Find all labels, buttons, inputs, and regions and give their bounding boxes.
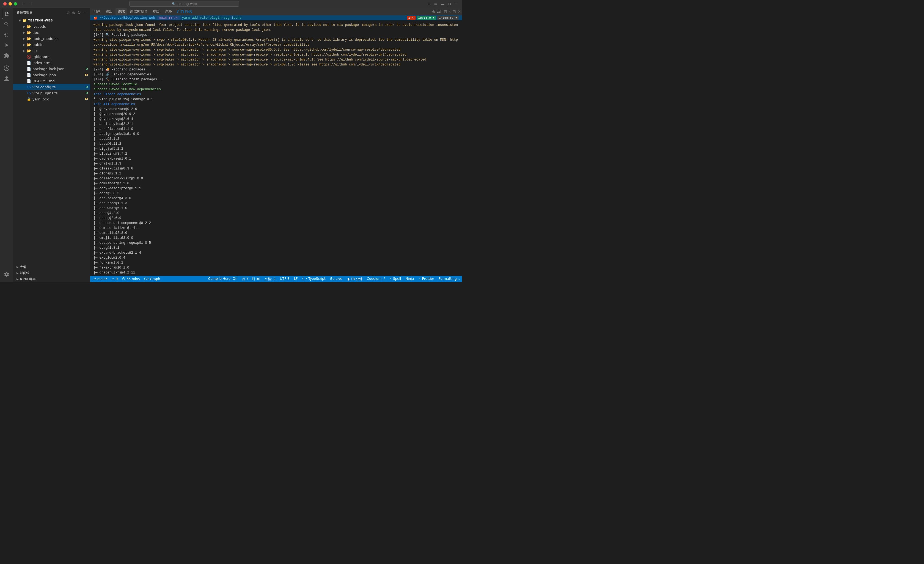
terminal-output[interactable]: warning package-lock.json found. Your pr…: [90, 20, 462, 276]
settings-icon[interactable]: [2, 269, 12, 279]
activity-bar: [0, 8, 13, 282]
terminal-line: └─ vite-plugin-svg-icons@2.0.1: [90, 97, 462, 102]
timeline-arrow: ▶: [15, 272, 20, 275]
maximize-button[interactable]: [14, 2, 17, 6]
src-folder-icon: 📂: [26, 48, 32, 53]
new-folder-button[interactable]: ⊕: [72, 10, 76, 15]
terminal-prompt-header: 🍎 ~/Documents/Blog/testing-web main 14:7…: [90, 15, 462, 20]
collapse-all-button[interactable]: ···: [82, 10, 87, 15]
nav-forward-button[interactable]: →: [27, 2, 33, 6]
status-cursor-pos[interactable]: 行 7，列 30: [240, 277, 262, 281]
terminal-line: [1/4] 🔍 Resolving packages...: [90, 33, 462, 38]
status-encoding[interactable]: UTF-8: [278, 277, 292, 281]
timeline-section[interactable]: ▶ 时间线: [13, 270, 90, 276]
menu-output[interactable]: 输出: [104, 8, 115, 15]
close-panel-button[interactable]: ✕: [458, 9, 461, 14]
git-icon: ⎇: [92, 277, 96, 281]
new-file-button[interactable]: ⊕: [66, 10, 70, 15]
account-icon[interactable]: [2, 74, 12, 84]
menu-ports[interactable]: 端口: [150, 8, 162, 15]
outline-label: 大纲: [20, 265, 26, 269]
sidebar-item-public[interactable]: ▶ 📂 public: [13, 42, 90, 48]
menu-terminal[interactable]: 终端: [116, 8, 127, 15]
fullscreen-button[interactable]: ⊡: [447, 2, 452, 6]
sidebar-item-readme[interactable]: 📄 README.md: [13, 78, 90, 84]
status-codeium[interactable]: Codeium: /: [364, 277, 387, 281]
terminal-path: ~/Documents/Blog/testing-web: [99, 16, 155, 20]
codeium-label: Codeium: /: [367, 277, 385, 281]
menu-gitlens[interactable]: GITLENS: [175, 9, 194, 15]
refresh-button[interactable]: ↻: [77, 10, 81, 15]
terminal-line: warning vite-plugin-svg-icons > svgo > s…: [90, 38, 462, 47]
apple-icon: 🍎: [93, 16, 98, 20]
split-terminal-button[interactable]: ⊟: [444, 9, 447, 14]
maximize-panel-button[interactable]: ⊡: [453, 9, 456, 14]
status-language[interactable]: { } TypeScript: [300, 277, 327, 281]
menu-problems[interactable]: 问题: [91, 8, 103, 15]
panel-button[interactable]: ▬: [440, 2, 446, 6]
terminal-line: ├─ emojis-list@3.0.0: [90, 236, 462, 241]
npm-scripts-section[interactable]: ▶ NPM 脚本: [13, 276, 90, 282]
package-json-badge: M: [85, 73, 88, 77]
status-spell[interactable]: ✓ Spell: [387, 277, 403, 281]
sidebar-item-package-lock[interactable]: 📄 package-lock.json U: [13, 66, 90, 72]
status-time[interactable]: ⏱ 55 mins: [120, 276, 142, 282]
close-terminal-button[interactable]: ×: [449, 9, 451, 14]
close-button[interactable]: [3, 2, 7, 6]
vite-plugins-file-icon: TS: [26, 90, 32, 95]
sidebar-item-src[interactable]: ▶ 📂 src: [13, 48, 90, 54]
sidebar-item-node-modules[interactable]: ▶ 📂 node_modules: [13, 36, 90, 42]
sidebar-item-vite-config[interactable]: TS vite.config.ts U: [13, 84, 90, 90]
language-label: { } TypeScript: [302, 277, 326, 281]
nav-back-button[interactable]: ←: [20, 2, 26, 6]
tree-root[interactable]: ▼ 📁 TESTING-WEB: [13, 17, 90, 23]
terminal-line: [2/4] 🚚 Fetching packages...: [90, 67, 462, 72]
sidebar-item-vite-plugins[interactable]: TS vite.plugins.ts U: [13, 90, 90, 96]
status-prettier[interactable]: ✓ Prettier: [416, 277, 436, 281]
terminal-line: ├─ csso@4.2.0: [90, 211, 462, 216]
sidebar-item-doc[interactable]: ▶ 📂 doc: [13, 29, 90, 36]
remote-icon[interactable]: [2, 63, 12, 73]
menu-bar: 问题 输出 终端 调试控制台 端口 注释 GITLENS ⊕ zsh ⊟ × ⊡…: [90, 8, 462, 15]
status-ninja[interactable]: Ninja: [403, 277, 416, 281]
explorer-icon[interactable]: [2, 9, 12, 19]
status-right: Compile Hero: Off 行 7，列 30 空格: 2 UTF-8 L…: [206, 277, 462, 281]
status-eol[interactable]: LF: [292, 277, 300, 281]
minimize-button[interactable]: [9, 2, 12, 6]
status-warnings[interactable]: ⚠ 0: [110, 276, 120, 282]
sidebar-item-vscode[interactable]: ▶ 📂 .vscode: [13, 23, 90, 29]
extensions-icon[interactable]: [2, 51, 12, 60]
title-bar: ← → 🔍 testing-web ⊞ ▭ ▬ ⊡ ···: [0, 0, 462, 8]
compile-hero-label: Compile Hero: Off: [208, 277, 238, 281]
search-icon[interactable]: [2, 19, 12, 29]
add-terminal-button[interactable]: ⊕: [432, 9, 435, 14]
status-git-branch[interactable]: ⎇ main*: [90, 276, 110, 282]
title-right-controls: ⊞ ▭ ▬ ⊡ ···: [426, 2, 459, 6]
terminal-line: success Saved 100 new dependencies.: [90, 87, 462, 92]
status-formatting[interactable]: Formatting...: [436, 277, 462, 281]
status-git-graph[interactable]: Git Graph: [142, 276, 162, 282]
title-search[interactable]: 🔍 testing-web: [129, 1, 239, 7]
outline-section[interactable]: ▶ 大纲: [13, 264, 90, 270]
sidebar-item-yarn-lock[interactable]: 🔒 yarn.lock M: [13, 96, 90, 102]
terminal-line: ├─ clone@2.1.2: [90, 171, 462, 176]
sidebar-item-package-json[interactable]: 📄 package.json M: [13, 72, 90, 78]
more-button[interactable]: ···: [454, 2, 459, 6]
split-editor-button[interactable]: ⊞: [426, 2, 432, 6]
sidebar-item-gitignore[interactable]: 🚫 .gitignore: [13, 54, 90, 60]
layout-button[interactable]: ▭: [433, 2, 438, 6]
gitignore-label: .gitignore: [33, 55, 90, 59]
source-control-icon[interactable]: [2, 30, 12, 40]
status-go-live[interactable]: Go Live: [328, 277, 345, 281]
sidebar-item-index-html[interactable]: 📄 index.html: [13, 60, 90, 66]
nav-buttons: ← →: [20, 2, 33, 6]
status-compile-hero[interactable]: Compile Hero: Off: [206, 277, 240, 281]
status-codeium-time[interactable]: ◑ 18 分钟: [345, 277, 364, 281]
root-folder-icon: 📁: [22, 18, 27, 23]
menu-comments[interactable]: 注释: [162, 8, 174, 15]
sidebar-header: 资源管理器 ⊕ ⊕ ↻ ···: [13, 8, 90, 17]
run-debug-icon[interactable]: [2, 40, 12, 50]
status-indent[interactable]: 空格: 2: [262, 277, 278, 281]
terminal-line: ├─ @types/node@20.9.2: [90, 112, 462, 117]
menu-debug-console[interactable]: 调试控制台: [128, 8, 150, 15]
